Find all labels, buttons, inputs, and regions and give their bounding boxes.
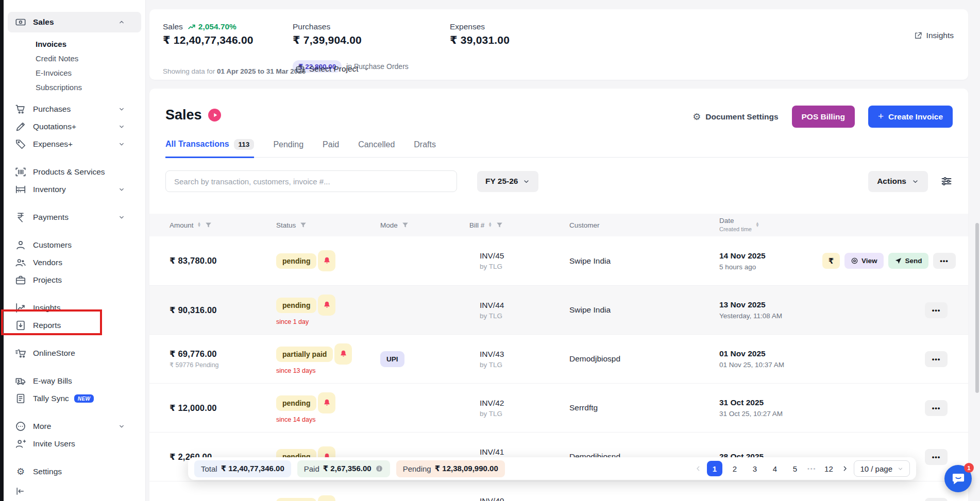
fiscal-year-dropdown[interactable]: FY 25-26	[477, 171, 538, 192]
trend-up-icon	[188, 23, 196, 31]
reminder-bell-button[interactable]	[318, 250, 335, 271]
sidebar-item-tally-sync[interactable]: Tally Sync NEW	[8, 390, 141, 407]
create-invoice-button[interactable]: + Create Invoice	[868, 106, 953, 128]
sidebar-item-customers[interactable]: Customers	[8, 236, 141, 254]
sort-icon[interactable]: ▲▼	[197, 222, 201, 228]
tab-cancelled[interactable]: Cancelled	[358, 138, 395, 157]
prev-page-icon[interactable]	[694, 464, 702, 473]
page-ellipsis[interactable]: •••	[807, 465, 817, 472]
sidebar-item-quotations[interactable]: Quotations+	[8, 118, 141, 135]
invoice-row[interactable]: ₹ 12,000.00 pending since 14 days INV/42…	[149, 383, 968, 432]
next-page-icon[interactable]	[841, 464, 849, 473]
page-button-12[interactable]: 12	[821, 461, 836, 476]
invoice-row[interactable]: ₹ 90,316.00 pending since 1 day INV/44by…	[149, 285, 968, 334]
reminder-bell-button[interactable]	[334, 343, 352, 365]
sidebar-item-reports[interactable]: Reports	[8, 317, 141, 334]
chat-widget-button[interactable]: 1	[944, 465, 972, 492]
tab-drafts[interactable]: Drafts	[414, 138, 436, 157]
people-icon	[15, 257, 26, 268]
filter-icon[interactable]	[205, 221, 212, 229]
page-button-2[interactable]: 2	[727, 461, 742, 476]
send-button[interactable]: Send	[888, 253, 928, 269]
document-settings-button[interactable]: ⚙ Document Settings	[692, 112, 778, 122]
play-video-button[interactable]	[208, 109, 221, 122]
collapse-sidebar-button[interactable]	[4, 483, 145, 499]
sidebar-subitem-invoices[interactable]: Invoices	[4, 37, 145, 51]
more-actions-button[interactable]: •••	[925, 351, 948, 367]
sidebar-item-products-services[interactable]: Products & Services	[8, 163, 141, 181]
sidebar-item-label: Purchases	[33, 105, 116, 114]
invoice-row[interactable]: ₹ 69,776.00₹ 59776 Pending partially pai…	[149, 334, 968, 383]
bill-by: by TLG	[480, 263, 569, 270]
sidebar-item-vendors[interactable]: Vendors	[8, 254, 141, 271]
sidebar-item-invite-users[interactable]: Invite Users	[8, 435, 141, 453]
tab-all-transactions[interactable]: All Transactions 113	[165, 138, 254, 158]
column-settings-icon[interactable]	[940, 175, 953, 187]
sidebar-item-more[interactable]: More	[8, 418, 141, 435]
chevron-down-icon	[116, 186, 127, 193]
shelf-icon	[15, 184, 26, 195]
header-sublabel: Created time	[719, 226, 752, 232]
more-actions-button[interactable]: •••	[933, 253, 956, 269]
sidebar-subitem-subscriptions[interactable]: Subscriptions	[4, 80, 145, 94]
sidebar-item-sales[interactable]: Sales	[8, 12, 141, 32]
sidebar-item-purchases[interactable]: Purchases	[8, 100, 141, 118]
cart-icon	[15, 103, 26, 115]
select-project-dropdown[interactable]: Select Project	[295, 64, 370, 74]
filter-icon[interactable]	[496, 221, 503, 229]
reminder-bell-button[interactable]	[318, 392, 335, 413]
customer-name: Swipe India	[569, 305, 719, 315]
scrollbar-thumb[interactable]	[975, 223, 979, 393]
actions-dropdown[interactable]: Actions	[868, 171, 928, 192]
sidebar-item-expenses[interactable]: Expenses+	[8, 135, 141, 153]
chat-icon	[951, 472, 966, 486]
page-button-4[interactable]: 4	[767, 461, 783, 476]
page-size-select[interactable]: 10 / page	[854, 460, 910, 477]
sort-icon[interactable]: ▲▼	[755, 222, 759, 228]
pending-pill: Pending ₹ 12,38,09,990.00	[396, 460, 505, 477]
page-scrollbar[interactable]	[975, 0, 979, 501]
filter-icon[interactable]	[401, 221, 409, 229]
more-actions-button[interactable]: •••	[925, 302, 948, 318]
page-button-1[interactable]: 1	[707, 461, 722, 476]
pagination: 1 2 3 4 5 ••• 12 10 / page	[694, 460, 910, 477]
pos-billing-button[interactable]: POS Billing	[792, 106, 855, 128]
sidebar-item-eway-bills[interactable]: E-way Bills	[8, 372, 141, 390]
invoice-row[interactable]: ₹ 83,780.00 pending INV/45by TLG Swipe I…	[149, 236, 968, 285]
more-actions-button[interactable]: •••	[925, 449, 948, 465]
total-pill: Total ₹ 12,40,77,346.00	[194, 460, 291, 477]
view-button[interactable]: View	[844, 253, 884, 269]
sidebar-item-settings[interactable]: ⚙ Settings	[8, 463, 141, 480]
reminder-bell-button[interactable]	[318, 495, 335, 501]
overdue-note: since 14 days	[276, 416, 380, 423]
sidebar-item-insights[interactable]: Insights	[8, 299, 141, 317]
sidebar-subitem-e-invoices[interactable]: E-Invoices	[4, 65, 145, 80]
sidebar-subitem-credit-notes[interactable]: Credit Notes	[4, 51, 145, 65]
sort-icon[interactable]: ▲▼	[488, 222, 492, 228]
chevron-up-icon	[116, 19, 127, 26]
page-button-3[interactable]: 3	[747, 461, 763, 476]
search-input[interactable]	[165, 170, 457, 192]
summary-bar: Total ₹ 12,40,77,346.00 Paid ₹ 2,67,356.…	[188, 457, 916, 480]
sidebar-item-projects[interactable]: Projects	[8, 271, 141, 289]
tab-pending[interactable]: Pending	[273, 138, 303, 157]
info-icon[interactable]	[375, 464, 383, 473]
sidebar: Sales Invoices Credit Notes E-Invoices S…	[4, 0, 146, 501]
tab-paid[interactable]: Paid	[323, 138, 339, 157]
more-actions-button[interactable]: •••	[925, 400, 948, 416]
report-icon	[15, 320, 26, 331]
header-label: Amount	[170, 221, 194, 229]
page-button-5[interactable]: 5	[787, 461, 803, 476]
rupee-icon	[15, 212, 26, 223]
document-settings-label: Document Settings	[705, 112, 778, 122]
more-actions-button[interactable]: •••	[925, 498, 948, 501]
sidebar-item-payments[interactable]: Payments	[8, 209, 141, 226]
insights-link[interactable]: Insights	[914, 31, 954, 40]
sidebar-item-inventory[interactable]: Inventory	[8, 181, 141, 198]
filter-icon[interactable]	[299, 221, 307, 229]
amount: ₹ 90,316.00	[170, 305, 276, 315]
record-payment-button[interactable]: ₹	[822, 253, 840, 269]
invoice-row[interactable]: ₹ 1,400.00 pending INV/40by TLG Serrdftg…	[149, 481, 968, 501]
sidebar-item-onlinestore[interactable]: OnlineStore	[8, 344, 141, 362]
reminder-bell-button[interactable]	[318, 295, 335, 316]
